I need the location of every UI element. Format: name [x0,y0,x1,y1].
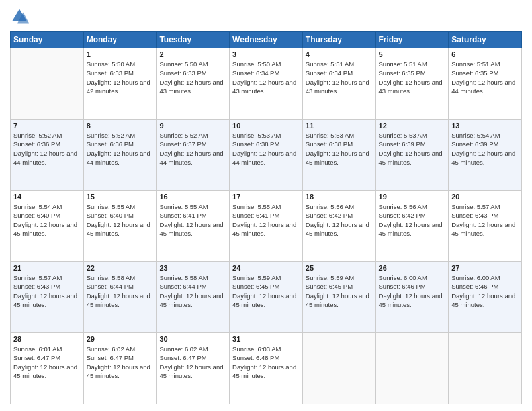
day-number: 5 [379,50,446,58]
day-info: Sunrise: 5:51 AMSunset: 6:35 PMDaylight:… [379,60,446,95]
day-number: 8 [87,122,154,130]
day-info: Sunrise: 6:00 AMSunset: 6:46 PMDaylight:… [451,273,519,309]
day-info: Sunrise: 5:55 AMSunset: 6:40 PMDaylight:… [87,202,154,238]
day-number: 17 [232,193,300,201]
day-info: Sunrise: 6:01 AMSunset: 6:47 PMDaylight:… [13,345,81,380]
day-number: 28 [13,335,81,343]
day-number: 24 [232,264,300,272]
day-number: 16 [159,193,226,201]
weekday-header-sunday: Sunday [11,32,84,48]
day-info: Sunrise: 5:50 AMSunset: 6:33 PMDaylight:… [87,60,154,95]
calendar-cell [11,48,84,120]
calendar-cell: 7Sunrise: 5:52 AMSunset: 6:36 PMDaylight… [11,120,84,191]
calendar-table: SundayMondayTuesdayWednesdayThursdayFrid… [10,31,522,404]
day-number: 26 [379,264,446,272]
calendar-cell: 26Sunrise: 6:00 AMSunset: 6:46 PMDayligh… [375,262,449,333]
day-info: Sunrise: 5:56 AMSunset: 6:42 PMDaylight:… [306,202,373,238]
calendar-cell: 16Sunrise: 5:55 AMSunset: 6:41 PMDayligh… [157,191,230,262]
day-info: Sunrise: 5:50 AMSunset: 6:34 PMDaylight:… [232,60,300,95]
day-info: Sunrise: 5:53 AMSunset: 6:38 PMDaylight:… [306,131,373,167]
weekday-header-tuesday: Tuesday [157,32,230,48]
calendar-cell: 30Sunrise: 6:02 AMSunset: 6:47 PMDayligh… [157,333,230,404]
week-row-3: 21Sunrise: 5:57 AMSunset: 6:43 PMDayligh… [11,262,522,333]
calendar-cell: 18Sunrise: 5:56 AMSunset: 6:42 PMDayligh… [302,191,375,262]
day-number: 4 [306,50,373,58]
calendar-cell [302,333,375,404]
day-number: 18 [306,193,373,201]
day-info: Sunrise: 5:56 AMSunset: 6:42 PMDaylight:… [379,202,446,238]
calendar-cell: 8Sunrise: 5:52 AMSunset: 6:36 PMDaylight… [83,120,157,191]
calendar-cell: 24Sunrise: 5:59 AMSunset: 6:45 PMDayligh… [230,262,303,333]
calendar-cell: 9Sunrise: 5:52 AMSunset: 6:37 PMDaylight… [157,120,230,191]
calendar-cell: 4Sunrise: 5:51 AMSunset: 6:34 PMDaylight… [302,48,375,120]
day-number: 7 [13,122,81,130]
day-info: Sunrise: 5:53 AMSunset: 6:38 PMDaylight:… [232,131,300,167]
day-info: Sunrise: 5:52 AMSunset: 6:36 PMDaylight:… [87,131,154,167]
calendar-cell [449,333,522,404]
calendar-cell: 10Sunrise: 5:53 AMSunset: 6:38 PMDayligh… [230,120,303,191]
calendar-cell: 17Sunrise: 5:55 AMSunset: 6:41 PMDayligh… [230,191,303,262]
day-number: 15 [87,193,154,201]
day-number: 21 [13,264,81,272]
day-info: Sunrise: 5:52 AMSunset: 6:37 PMDaylight:… [159,131,226,167]
day-number: 6 [451,50,519,58]
week-row-4: 28Sunrise: 6:01 AMSunset: 6:47 PMDayligh… [11,333,522,404]
logo [10,7,32,26]
day-number: 11 [306,122,373,130]
day-info: Sunrise: 5:54 AMSunset: 6:40 PMDaylight:… [13,202,81,238]
weekday-header-friday: Friday [375,32,449,48]
day-number: 14 [13,193,81,201]
page: SundayMondayTuesdayWednesdayThursdayFrid… [0,0,532,411]
day-info: Sunrise: 5:59 AMSunset: 6:45 PMDaylight:… [306,273,373,309]
calendar-cell: 2Sunrise: 5:50 AMSunset: 6:33 PMDaylight… [157,48,230,120]
calendar-cell: 25Sunrise: 5:59 AMSunset: 6:45 PMDayligh… [302,262,375,333]
day-info: Sunrise: 6:02 AMSunset: 6:47 PMDaylight:… [87,345,154,380]
calendar-cell: 23Sunrise: 5:58 AMSunset: 6:44 PMDayligh… [157,262,230,333]
day-info: Sunrise: 5:55 AMSunset: 6:41 PMDaylight:… [159,202,226,238]
day-number: 1 [87,50,154,58]
calendar-cell: 29Sunrise: 6:02 AMSunset: 6:47 PMDayligh… [83,333,157,404]
day-number: 29 [87,335,154,343]
day-number: 10 [232,122,300,130]
header [10,7,522,26]
day-number: 12 [379,122,446,130]
weekday-header-wednesday: Wednesday [230,32,303,48]
day-number: 9 [159,122,226,130]
day-number: 30 [159,335,226,343]
weekday-header-monday: Monday [83,32,157,48]
calendar-cell: 3Sunrise: 5:50 AMSunset: 6:34 PMDaylight… [230,48,303,120]
calendar-cell: 27Sunrise: 6:00 AMSunset: 6:46 PMDayligh… [449,262,522,333]
calendar-cell: 31Sunrise: 6:03 AMSunset: 6:48 PMDayligh… [230,333,303,404]
calendar-cell: 5Sunrise: 5:51 AMSunset: 6:35 PMDaylight… [375,48,449,120]
day-info: Sunrise: 5:51 AMSunset: 6:34 PMDaylight:… [306,60,373,95]
day-number: 22 [87,264,154,272]
day-number: 19 [379,193,446,201]
day-number: 23 [159,264,226,272]
weekday-header-thursday: Thursday [302,32,375,48]
calendar-cell: 6Sunrise: 5:51 AMSunset: 6:35 PMDaylight… [449,48,522,120]
week-row-2: 14Sunrise: 5:54 AMSunset: 6:40 PMDayligh… [11,191,522,262]
calendar-cell: 21Sunrise: 5:57 AMSunset: 6:43 PMDayligh… [11,262,84,333]
calendar-cell: 13Sunrise: 5:54 AMSunset: 6:39 PMDayligh… [449,120,522,191]
calendar-cell: 12Sunrise: 5:53 AMSunset: 6:39 PMDayligh… [375,120,449,191]
day-info: Sunrise: 5:58 AMSunset: 6:44 PMDaylight:… [87,273,154,309]
day-info: Sunrise: 6:03 AMSunset: 6:48 PMDaylight:… [232,345,300,380]
day-info: Sunrise: 5:51 AMSunset: 6:35 PMDaylight:… [451,60,519,95]
day-info: Sunrise: 6:00 AMSunset: 6:46 PMDaylight:… [379,273,446,309]
day-info: Sunrise: 5:55 AMSunset: 6:41 PMDaylight:… [232,202,300,238]
logo-icon [10,7,29,26]
day-info: Sunrise: 5:54 AMSunset: 6:39 PMDaylight:… [451,131,519,167]
day-info: Sunrise: 5:53 AMSunset: 6:39 PMDaylight:… [379,131,446,167]
calendar-cell: 11Sunrise: 5:53 AMSunset: 6:38 PMDayligh… [302,120,375,191]
calendar-cell: 20Sunrise: 5:57 AMSunset: 6:43 PMDayligh… [449,191,522,262]
calendar-cell: 14Sunrise: 5:54 AMSunset: 6:40 PMDayligh… [11,191,84,262]
day-number: 20 [451,193,519,201]
weekday-header-saturday: Saturday [449,32,522,48]
calendar-cell: 1Sunrise: 5:50 AMSunset: 6:33 PMDaylight… [83,48,157,120]
calendar-cell: 22Sunrise: 5:58 AMSunset: 6:44 PMDayligh… [83,262,157,333]
day-info: Sunrise: 5:57 AMSunset: 6:43 PMDaylight:… [13,273,81,309]
day-info: Sunrise: 5:57 AMSunset: 6:43 PMDaylight:… [451,202,519,238]
day-number: 31 [232,335,300,343]
day-number: 3 [232,50,300,58]
day-info: Sunrise: 6:02 AMSunset: 6:47 PMDaylight:… [159,345,226,380]
